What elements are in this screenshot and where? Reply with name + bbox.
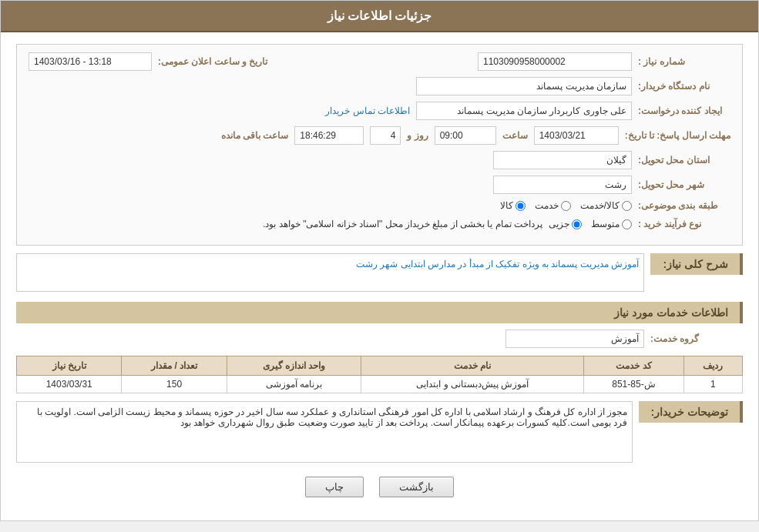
page-header: جزئیات اطلاعات نیاز — [1, 1, 758, 32]
deadline-date: 1403/03/21 — [534, 126, 619, 145]
need-number-label: شماره نیاز : — [638, 56, 730, 67]
service-group-label: گروه خدمت: — [650, 333, 743, 344]
creator-label: ایجاد کننده درخواست: — [638, 105, 730, 116]
process-medium-label: متوسط — [591, 219, 620, 229]
row-service-group: گروه خدمت: آموزش — [16, 330, 743, 348]
cell-service-name: آموزش پیش‌دبستانی و ابتدایی — [361, 376, 584, 393]
process-medium-option[interactable]: متوسط — [591, 219, 632, 229]
need-description-label: شرح کلی نیاز: — [663, 258, 728, 270]
deadline-time: 09:00 — [435, 126, 496, 145]
category-label: طبقه بندی موضوعی: — [638, 200, 730, 211]
table-header-row: ردیف کد خدمت نام خدمت واحد اندازه گیری ت… — [17, 356, 743, 376]
process-radio-group: متوسط جزیی — [549, 219, 632, 229]
back-button[interactable]: بازگشت — [379, 477, 454, 497]
print-button[interactable]: چاپ — [305, 477, 364, 497]
cell-unit: برنامه آموزشی — [227, 376, 361, 393]
remaining-days: 4 — [370, 126, 401, 145]
row-deadline: مهلت ارسال پاسخ: تا تاریخ: 1403/03/21 سا… — [29, 126, 730, 145]
services-table-section: ردیف کد خدمت نام خدمت واحد اندازه گیری ت… — [16, 356, 743, 393]
process-partial-label: جزیی — [549, 219, 569, 229]
process-note: پرداخت تمام یا بخشی از مبلغ خریداز محل "… — [263, 217, 542, 231]
col-service-code: کد خدمت — [583, 356, 683, 376]
main-form-section: شماره نیاز : 1103090958000002 تاریخ و سا… — [16, 44, 743, 246]
page-title: جزئیات اطلاعات نیاز — [327, 9, 432, 22]
buyer-notes-section-title: توضیحات خریدار: — [639, 401, 743, 423]
contact-link[interactable]: اطلاعات تماس خریدار — [325, 105, 410, 116]
content-area: شماره نیاز : 1103090958000002 تاریخ و سا… — [1, 32, 758, 520]
process-label: نوع فرآیند خرید : — [638, 219, 730, 229]
category-goods-service-option[interactable]: کالا/خدمت — [580, 200, 632, 211]
remaining-suffix: ساعت باقی مانده — [221, 130, 289, 141]
city-label: شهر محل تحویل: — [638, 179, 730, 190]
need-number-value: 1103090958000002 — [478, 52, 632, 71]
form-rows: شماره نیاز : 1103090958000002 تاریخ و سا… — [29, 52, 730, 231]
buyer-notes-label: توضیحات خریدار: — [650, 406, 728, 418]
button-row: بازگشت چاپ — [16, 477, 743, 509]
deadline-time-label: ساعت — [502, 130, 528, 141]
category-goods-radio[interactable] — [516, 201, 526, 211]
services-section-title: اطلاعات خدمات مورد نیاز — [16, 302, 743, 323]
col-date: تاریخ نیاز — [17, 356, 122, 376]
row-need-number: شماره نیاز : 1103090958000002 تاریخ و سا… — [29, 52, 730, 71]
cell-quantity: 150 — [122, 376, 227, 393]
province-label: استان محل تحویل: — [638, 155, 730, 166]
remaining-time: 18:46:29 — [294, 126, 364, 145]
process-partial-radio[interactable] — [572, 219, 582, 229]
creator-value: علی جاوری کاربردار سازمان مدیریت پسماند — [416, 102, 632, 120]
cell-row-num: 1 — [683, 376, 742, 393]
row-buyer-org: نام دستگاه خریدار: سازمان مدیریت پسماند — [29, 77, 730, 95]
row-category: طبقه بندی موضوعی: کالا/خدمت خدمت کالا — [29, 200, 730, 211]
category-service-radio[interactable] — [561, 201, 571, 211]
row-need-description: شرح کلی نیاز: <script> // will be popula… — [16, 253, 743, 294]
remaining-label: روز و — [407, 130, 428, 141]
city-value: رشت — [493, 176, 632, 194]
cell-date: 1403/03/31 — [17, 376, 122, 393]
need-description-section-title: شرح کلی نیاز: — [650, 253, 743, 275]
category-goods-service-radio[interactable] — [622, 201, 632, 211]
col-service-name: نام خدمت — [361, 356, 584, 376]
buyer-org-label: نام دستگاه خریدار: — [638, 81, 730, 92]
service-group-value: آموزش — [505, 330, 644, 348]
row-buyer-notes: توضیحات خریدار: — [16, 401, 743, 465]
announce-date-label: تاریخ و ساعت اعلان عمومی: — [158, 56, 267, 67]
category-service-label: خدمت — [535, 200, 559, 211]
row-city: شهر محل تحویل: رشت — [29, 176, 730, 194]
row-creator: ایجاد کننده درخواست: علی جاوری کاربردار … — [29, 102, 730, 120]
category-goods-label: کالا — [500, 200, 513, 211]
page-wrapper: جزئیات اطلاعات نیاز شماره نیاز : 1103090… — [0, 0, 759, 521]
buyer-notes-textarea[interactable] — [16, 401, 633, 463]
row-process: نوع فرآیند خرید : متوسط جزیی پرداخت تمام… — [29, 217, 730, 231]
deadline-label: مهلت ارسال پاسخ: تا تاریخ: — [625, 130, 730, 141]
province-value: گیلان — [493, 151, 632, 169]
process-partial-option[interactable]: جزیی — [549, 219, 582, 229]
process-medium-radio[interactable] — [622, 219, 632, 229]
table-row: 1 ش-85-851 آموزش پیش‌دبستانی و ابتدایی ب… — [17, 376, 743, 393]
col-unit: واحد اندازه گیری — [227, 356, 361, 376]
need-description-textarea[interactable]: <script> // will be populated by data-bi… — [16, 253, 644, 292]
buyer-org-value: سازمان مدیریت پسماند — [416, 77, 632, 95]
cell-service-code: ش-85-851 — [583, 376, 683, 393]
announce-date-value: 1403/03/16 - 13:18 — [29, 52, 152, 71]
services-table: ردیف کد خدمت نام خدمت واحد اندازه گیری ت… — [16, 356, 743, 393]
row-province: استان محل تحویل: گیلان — [29, 151, 730, 169]
col-quantity: تعداد / مقدار — [122, 356, 227, 376]
category-service-option[interactable]: خدمت — [535, 200, 571, 211]
category-radio-group: کالا/خدمت خدمت کالا — [500, 200, 632, 211]
category-goods-service-label: کالا/خدمت — [580, 200, 620, 211]
col-row-num: ردیف — [683, 356, 742, 376]
category-goods-option[interactable]: کالا — [500, 200, 526, 211]
